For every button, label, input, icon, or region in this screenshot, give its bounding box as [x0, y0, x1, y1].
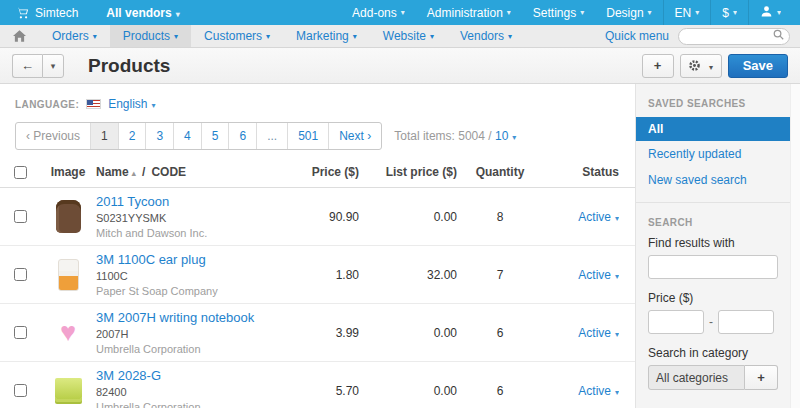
status-dropdown[interactable]: Active▾ — [578, 326, 619, 340]
product-code: 1100C — [96, 270, 263, 282]
chevron-down-icon: ▾ — [152, 101, 156, 110]
chevron-down-icon: ▾ — [695, 8, 699, 17]
save-button[interactable]: Save — [728, 54, 788, 78]
total-items: Total items: 5004 / 10▾ — [394, 129, 516, 143]
product-company: Paper St Soap Company — [96, 285, 263, 297]
products-panel: LANGUAGE: English▾ ‹ Previous 1 2 3 4 5 … — [0, 84, 635, 408]
range-separator: - — [709, 315, 713, 329]
product-code: 82400 — [96, 386, 263, 398]
product-price: 5.70 — [269, 384, 359, 398]
menu-account[interactable]: ▾ — [748, 0, 792, 25]
menu-settings[interactable]: Settings▾ — [522, 0, 595, 25]
chevron-down-icon: ▾ — [580, 8, 584, 17]
global-search-input[interactable] — [684, 30, 773, 42]
pagination-page-5[interactable]: 5 — [202, 123, 230, 149]
column-list-price: List price ($) — [359, 165, 457, 179]
sidebar: SAVED SEARCHES All Recently updated New … — [635, 84, 790, 408]
pagination-previous[interactable]: ‹ Previous — [16, 123, 91, 149]
chevron-down-icon: ▾ — [93, 32, 97, 41]
us-flag-icon — [86, 99, 101, 109]
vendor-selector[interactable]: All vendors▾ — [98, 6, 187, 20]
status-dropdown[interactable]: Active▾ — [578, 210, 619, 224]
back-button[interactable]: ← — [12, 54, 42, 78]
chevron-down-icon: ▾ — [615, 272, 619, 281]
pagination-page-501[interactable]: 501 — [288, 123, 329, 149]
pagination-next[interactable]: Next › — [329, 123, 381, 149]
product-name-link[interactable]: 2011 Tycoon — [96, 194, 263, 209]
pagination-page-2[interactable]: 2 — [119, 123, 147, 149]
nav-products[interactable]: Products▾ — [110, 25, 191, 47]
row-checkbox[interactable] — [14, 326, 27, 339]
nav-orders[interactable]: Orders▾ — [39, 25, 110, 47]
chevron-down-icon: ▾ — [709, 63, 713, 72]
per-page-selector[interactable]: 10▾ — [495, 129, 516, 143]
product-image[interactable] — [50, 371, 86, 408]
user-icon — [760, 5, 773, 21]
menu-design[interactable]: Design▾ — [595, 0, 662, 25]
product-name-link[interactable]: 3M 2007H writing notebook — [96, 310, 263, 325]
chevron-down-icon: ▾ — [507, 8, 511, 17]
chevron-down-icon: ▾ — [615, 330, 619, 339]
product-quantity: 8 — [457, 210, 543, 224]
select-all-checkbox[interactable] — [14, 166, 27, 179]
language-selector[interactable]: English▾ — [108, 97, 155, 111]
status-dropdown[interactable]: Active▾ — [578, 384, 619, 398]
column-quantity: Quantity — [457, 165, 543, 179]
price-from-input[interactable] — [648, 310, 704, 334]
product-list-price: 0.00 — [359, 326, 457, 340]
brand[interactable]: Simtech — [10, 6, 84, 20]
pagination-page-4[interactable]: 4 — [174, 123, 202, 149]
product-name-link[interactable]: 3M 2028-G — [96, 368, 263, 383]
backpack-image — [56, 200, 81, 233]
row-checkbox[interactable] — [14, 384, 27, 397]
back-dropdown-button[interactable]: ▾ — [42, 54, 64, 78]
chevron-down-icon: ▾ — [353, 32, 357, 41]
product-image[interactable] — [50, 255, 86, 295]
menu-add-ons[interactable]: Add-ons▾ — [341, 0, 416, 25]
global-search — [678, 28, 790, 45]
nav-vendors[interactable]: Vendors▾ — [447, 25, 525, 47]
chevron-down-icon: ▾ — [615, 214, 619, 223]
status-dropdown[interactable]: Active▾ — [578, 268, 619, 282]
find-results-input[interactable] — [648, 255, 778, 279]
chevron-down-icon: ▾ — [648, 8, 652, 17]
column-price: Price ($) — [269, 165, 359, 179]
nav-marketing[interactable]: Marketing▾ — [283, 25, 370, 47]
menu-currency[interactable]: $▾ — [710, 0, 748, 25]
gear-button[interactable]: ▾ — [680, 54, 722, 78]
home-icon[interactable] — [0, 25, 39, 47]
quick-menu-link[interactable]: Quick menu — [605, 29, 669, 43]
menu-language[interactable]: EN▾ — [663, 0, 711, 25]
new-saved-search-link[interactable]: New saved search — [636, 167, 790, 193]
column-name-code[interactable]: Name▴ /CODE — [96, 165, 269, 179]
category-selector[interactable]: All categories — [648, 365, 745, 390]
pagination-page-1[interactable]: 1 — [91, 123, 119, 149]
pagination-page-6[interactable]: 6 — [229, 123, 257, 149]
product-image[interactable]: ♥ — [50, 313, 86, 353]
nav-customers[interactable]: Customers▾ — [191, 25, 283, 47]
language-label: LANGUAGE: — [15, 99, 79, 110]
product-image[interactable] — [50, 197, 86, 237]
price-to-input[interactable] — [718, 310, 774, 334]
cart-icon — [16, 7, 29, 19]
row-checkbox[interactable] — [14, 268, 27, 281]
nav-website[interactable]: Website▾ — [370, 25, 447, 47]
add-product-button[interactable]: + — [642, 54, 674, 78]
category-filter-label: Search in category — [648, 346, 778, 360]
product-list-price: 0.00 — [359, 384, 457, 398]
saved-search-recently-updated[interactable]: Recently updated — [636, 141, 790, 167]
pagination-page-3[interactable]: 3 — [146, 123, 174, 149]
product-quantity: 6 — [457, 384, 543, 398]
chevron-down-icon: ▾ — [401, 8, 405, 17]
column-status: Status — [543, 165, 635, 179]
scrollbar[interactable] — [790, 84, 800, 408]
saved-search-all[interactable]: All — [636, 117, 790, 141]
page-title: Products — [88, 55, 170, 77]
add-category-button[interactable]: + — [745, 365, 778, 390]
product-code: 2007H — [96, 328, 263, 340]
menu-administration[interactable]: Administration▾ — [416, 0, 522, 25]
row-checkbox[interactable] — [14, 210, 27, 223]
product-name-link[interactable]: 3M 1100C ear plug — [96, 252, 263, 267]
search-icon[interactable] — [773, 29, 784, 43]
chevron-down-icon: ▾ — [615, 388, 619, 397]
